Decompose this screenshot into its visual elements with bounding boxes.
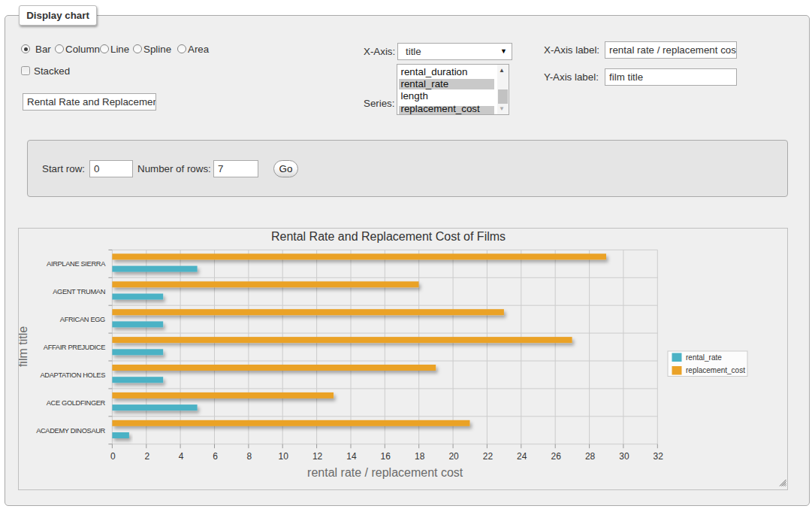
- svg-text:22: 22: [483, 451, 494, 462]
- svg-text:2: 2: [144, 451, 149, 462]
- svg-text:18: 18: [415, 451, 425, 462]
- svg-text:24: 24: [517, 451, 527, 462]
- svg-text:rental_rate: rental_rate: [686, 353, 722, 362]
- svg-text:4: 4: [179, 451, 184, 462]
- svg-text:rental rate / replacement cost: rental rate / replacement cost: [307, 466, 463, 479]
- svg-text:0: 0: [110, 451, 116, 462]
- svg-text:film title: film title: [19, 326, 29, 367]
- svg-text:26: 26: [551, 451, 562, 462]
- svg-text:ACE GOLDFINGER: ACE GOLDFINGER: [47, 399, 106, 407]
- svg-text:6: 6: [213, 451, 218, 462]
- svg-text:AGENT TRUMAN: AGENT TRUMAN: [53, 288, 105, 295]
- svg-text:8: 8: [247, 451, 252, 462]
- svg-text:ACADEMY DINOSAUR: ACADEMY DINOSAUR: [36, 427, 105, 435]
- svg-text:14: 14: [346, 451, 357, 462]
- svg-text:AFFAIR PREJUDICE: AFFAIR PREJUDICE: [44, 344, 105, 351]
- svg-text:20: 20: [448, 451, 459, 462]
- svg-text:AIRPLANE SIERRA: AIRPLANE SIERRA: [47, 260, 106, 268]
- svg-text:Rental Rate and Replacement Co: Rental Rate and Replacement Cost of Film…: [271, 230, 506, 243]
- svg-text:ADAPTATION HOLES: ADAPTATION HOLES: [40, 371, 105, 379]
- svg-text:12: 12: [312, 451, 323, 462]
- svg-text:10: 10: [279, 451, 289, 462]
- svg-text:30: 30: [619, 451, 629, 462]
- svg-text:replacement_cost: replacement_cost: [686, 366, 745, 374]
- svg-text:32: 32: [654, 451, 664, 462]
- svg-text:AFRICAN EGG: AFRICAN EGG: [60, 316, 105, 323]
- svg-text:16: 16: [381, 451, 391, 462]
- svg-text:28: 28: [585, 451, 596, 462]
